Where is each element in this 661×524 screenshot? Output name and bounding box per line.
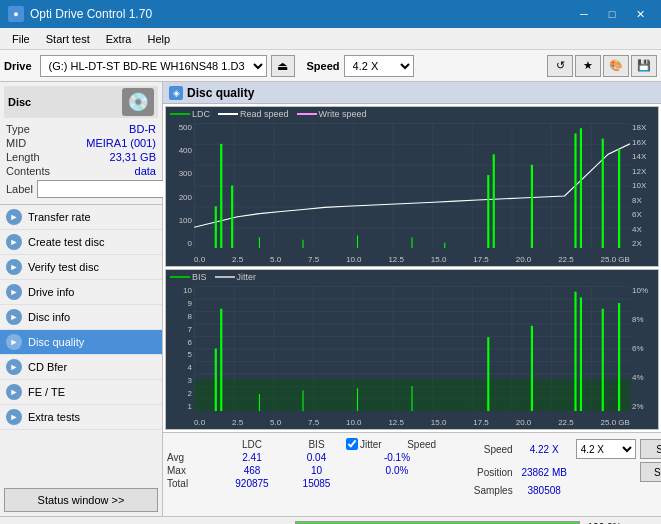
menu-start-test[interactable]: Start test (38, 31, 98, 47)
type-value: BD-R (129, 123, 156, 135)
sidebar: Disc 💿 Type BD-R MID MEIRA1 (001) Length… (0, 82, 163, 516)
close-button[interactable]: ✕ (627, 4, 653, 24)
titlebar-left: ● Opti Drive Control 1.70 (8, 6, 152, 22)
chart1-svg (194, 123, 630, 248)
jitter-legend-item: Jitter (215, 272, 257, 282)
position-value: 23862 MB (517, 467, 572, 478)
stats-right-panel: Speed 4.22 X 4.2 X Start full Position 2… (454, 437, 661, 498)
speed-label: Speed (307, 60, 340, 72)
avg-label: Avg (167, 452, 215, 463)
chart-bis: BIS Jitter 10 9 8 7 6 5 4 3 (165, 269, 659, 430)
disc-info-icon: ► (6, 309, 22, 325)
menubar: File Start test Extra Help (0, 28, 661, 50)
extra-tests-label: Extra tests (28, 411, 80, 423)
read-speed-legend-label: Read speed (240, 109, 289, 119)
speed-select[interactable]: 4.2 X (344, 55, 414, 77)
statusbar: Test completed 100.0% 31:31 (0, 516, 661, 524)
chart1-inner (194, 123, 630, 248)
verify-test-disc-icon: ► (6, 259, 22, 275)
star-button[interactable]: ★ (575, 55, 601, 77)
drive-select[interactable]: (G:) HL-DT-ST BD-RE WH16NS48 1.D3 (40, 55, 267, 77)
contents-value: data (135, 165, 156, 177)
sidebar-item-transfer-rate[interactable]: ► Transfer rate (0, 205, 162, 230)
stats-area: LDC BIS Jitter Speed Avg 2.41 0.04 -0.1% (163, 432, 661, 516)
status-window-button[interactable]: Status window >> (4, 488, 158, 512)
chart2-y-right: 10% 8% 6% 4% 2% (630, 286, 658, 411)
stats-table: LDC BIS Jitter Speed Avg 2.41 0.04 -0.1% (165, 437, 454, 498)
read-speed-legend-item: Read speed (218, 109, 289, 119)
sidebar-item-create-test-disc[interactable]: ► Create test disc (0, 230, 162, 255)
minimize-button[interactable]: ─ (571, 4, 597, 24)
sidebar-item-disc-quality[interactable]: ► Disc quality (0, 330, 162, 355)
app-icon: ● (8, 6, 24, 22)
ldc-col-header: LDC (217, 439, 287, 450)
maximize-button[interactable]: □ (599, 4, 625, 24)
stats-speed-row: Speed 4.22 X 4.2 X Start full (458, 439, 661, 459)
label-input[interactable] (37, 180, 166, 198)
color-button[interactable]: 🎨 (603, 55, 629, 77)
stats-position-row: Position 23862 MB Start part (458, 462, 661, 482)
menu-file[interactable]: File (4, 31, 38, 47)
bis-legend-item: BIS (170, 272, 207, 282)
mid-label: MID (6, 137, 26, 149)
sidebar-item-fe-te[interactable]: ► FE / TE (0, 380, 162, 405)
stats-max-row: Max 468 10 0.0% (165, 464, 454, 477)
disc-quality-icon: ► (6, 334, 22, 350)
drive-label: Drive (4, 60, 32, 72)
titlebar: ● Opti Drive Control 1.70 ─ □ ✕ (0, 0, 661, 28)
disc-mid-row: MID MEIRA1 (001) (4, 136, 158, 150)
max-ldc: 468 (217, 465, 287, 476)
chart2-y-left: 10 9 8 7 6 5 4 3 2 1 (166, 286, 194, 411)
chart1-x-axis: 0.0 2.5 5.0 7.5 10.0 12.5 15.0 17.5 20.0… (194, 248, 630, 266)
eject-button[interactable]: ⏏ (271, 55, 295, 77)
disc-section-title: Disc (8, 96, 31, 108)
charts-area: LDC Read speed Write speed 500 400 300 (163, 104, 661, 432)
sidebar-item-verify-test-disc[interactable]: ► Verify test disc (0, 255, 162, 280)
sidebar-item-drive-info[interactable]: ► Drive info (0, 280, 162, 305)
chart1-y-right: 18X 16X 14X 12X 10X 8X 6X 4X 2X (630, 123, 658, 248)
menu-help[interactable]: Help (139, 31, 178, 47)
speed-select-stats[interactable]: 4.2 X (576, 439, 636, 459)
chart2-inner (194, 286, 630, 411)
ldc-legend-color (170, 113, 190, 115)
length-label: Length (6, 151, 40, 163)
sidebar-item-cd-bfer[interactable]: ► CD Bfer (0, 355, 162, 380)
speed-label: Speed (458, 444, 513, 455)
jitter-checkbox[interactable] (346, 438, 358, 450)
mid-value: MEIRA1 (001) (86, 137, 156, 149)
menu-extra[interactable]: Extra (98, 31, 140, 47)
samples-value: 380508 (517, 485, 572, 496)
start-part-button[interactable]: Start part (640, 462, 661, 482)
sidebar-item-extra-tests[interactable]: ► Extra tests (0, 405, 162, 430)
max-jitter: 0.0% (362, 465, 432, 476)
progress-bar-container (295, 521, 580, 525)
sidebar-menu: ► Transfer rate ► Create test disc ► Ver… (0, 205, 162, 430)
total-ldc: 920875 (217, 478, 287, 489)
svg-rect-3 (194, 123, 630, 248)
cd-bfer-label: CD Bfer (28, 361, 67, 373)
disc-panel: Disc 💿 Type BD-R MID MEIRA1 (001) Length… (0, 82, 162, 205)
fe-te-label: FE / TE (28, 386, 65, 398)
main-area: Disc 💿 Type BD-R MID MEIRA1 (001) Length… (0, 82, 661, 516)
read-speed-legend-color (218, 113, 238, 115)
length-value: 23,31 GB (110, 151, 156, 163)
bis-legend-label: BIS (192, 272, 207, 282)
chart2-x-axis: 0.0 2.5 5.0 7.5 10.0 12.5 15.0 17.5 20.0… (194, 411, 630, 429)
create-test-disc-icon: ► (6, 234, 22, 250)
disc-graphic-icon: 💿 (122, 88, 154, 116)
position-label: Position (458, 467, 513, 478)
chart2-legend: BIS Jitter (170, 272, 256, 282)
cd-bfer-icon: ► (6, 359, 22, 375)
disc-contents-row: Contents data (4, 164, 158, 178)
stats-header: LDC BIS Jitter Speed (165, 437, 454, 451)
refresh-button[interactable]: ↺ (547, 55, 573, 77)
chart2-svg (194, 286, 630, 411)
disc-length-row: Length 23,31 GB (4, 150, 158, 164)
drive-action-buttons: ↺ ★ 🎨 💾 (547, 55, 657, 77)
transfer-rate-label: Transfer rate (28, 211, 91, 223)
sidebar-item-disc-info[interactable]: ► Disc info (0, 305, 162, 330)
save-button[interactable]: 💾 (631, 55, 657, 77)
max-bis: 10 (289, 465, 344, 476)
start-full-button[interactable]: Start full (640, 439, 661, 459)
transfer-rate-icon: ► (6, 209, 22, 225)
